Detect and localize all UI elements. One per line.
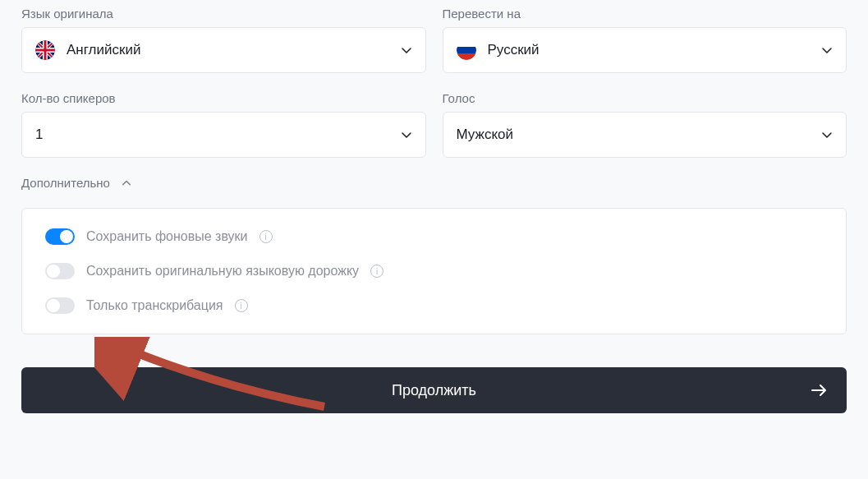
source-language-value: Английский (67, 42, 401, 58)
chevron-down-icon (401, 44, 412, 56)
source-language-select[interactable]: Английский (21, 27, 426, 73)
target-language-select[interactable]: Русский (443, 27, 847, 73)
target-language-value: Русский (488, 42, 822, 58)
continue-button-label: Продолжить (392, 382, 476, 399)
chevron-down-icon (821, 44, 833, 56)
speakers-label: Кол-во спикеров (21, 91, 426, 105)
keep-background-sounds-toggle[interactable] (45, 228, 75, 245)
info-icon[interactable]: i (259, 230, 273, 243)
chevron-down-icon (401, 129, 412, 140)
info-icon[interactable]: i (370, 265, 383, 278)
voice-value: Мужской (457, 127, 822, 143)
additional-label: Дополнительно (21, 176, 110, 190)
voice-select[interactable]: Мужской (443, 112, 847, 158)
additional-toggle[interactable]: Дополнительно (21, 176, 131, 190)
speakers-select[interactable]: 1 (21, 112, 426, 158)
target-language-label: Перевести на (443, 7, 847, 21)
svg-rect-4 (457, 47, 476, 53)
voice-label: Голос (443, 91, 847, 105)
transcription-only-toggle[interactable] (45, 297, 75, 314)
svg-rect-5 (457, 53, 476, 60)
continue-button[interactable]: Продолжить (21, 367, 847, 413)
chevron-up-icon (122, 178, 131, 188)
ru-flag-icon (457, 40, 476, 60)
transcription-only-label: Только транскрибация (86, 298, 223, 313)
info-icon[interactable]: i (235, 299, 248, 312)
keep-original-track-label: Сохранить оригинальную языковую дорожку (86, 264, 359, 279)
keep-background-sounds-label: Сохранить фоновые звуки (86, 229, 248, 244)
chevron-down-icon (821, 129, 833, 140)
svg-rect-3 (457, 40, 476, 47)
keep-original-track-toggle[interactable] (45, 263, 75, 279)
additional-panel: Сохранить фоновые звуки i Сохранить ориг… (21, 208, 847, 334)
source-language-label: Язык оригинала (21, 7, 426, 21)
uk-flag-icon (35, 40, 55, 60)
speakers-value: 1 (35, 127, 401, 143)
arrow-right-icon (809, 380, 829, 400)
